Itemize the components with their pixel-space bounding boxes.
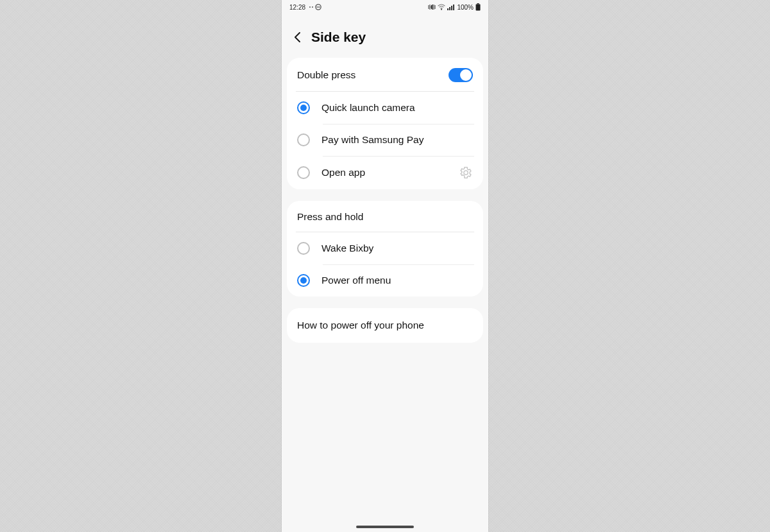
svg-rect-9 [477, 3, 479, 4]
vibrate-icon [428, 4, 436, 10]
radio-icon [297, 274, 310, 287]
status-notif-icon [308, 4, 323, 10]
radio-icon [297, 101, 310, 114]
page-title: Side key [311, 30, 366, 45]
status-left: 12:28 [289, 4, 323, 11]
option-open-app[interactable]: Open app [287, 156, 483, 189]
option-power-off-menu[interactable]: Power off menu [287, 264, 483, 296]
home-indicator[interactable] [356, 526, 414, 528]
svg-rect-10 [476, 4, 481, 11]
battery-icon [475, 3, 481, 11]
radio-label: Pay with Samsung Pay [321, 134, 473, 146]
radio-icon [297, 166, 310, 179]
press-hold-title: Press and hold [297, 211, 363, 223]
press-hold-section: Press and hold Wake Bixby Power off menu [287, 201, 483, 296]
svg-rect-5 [447, 8, 449, 10]
double-press-section: Double press Quick launch camera Pay wit… [287, 58, 483, 189]
signal-icon [447, 4, 455, 10]
wifi-icon [438, 4, 445, 10]
svg-rect-8 [453, 4, 454, 10]
radio-label: Open app [321, 167, 447, 178]
radio-icon [297, 133, 310, 146]
how-to-power-off-row[interactable]: How to power off your phone [287, 308, 483, 343]
gear-icon [459, 166, 472, 179]
battery-text: 100% [457, 4, 474, 11]
radio-label: Quick launch camera [321, 102, 473, 114]
radio-label: Wake Bixby [321, 243, 473, 254]
chevron-left-icon [292, 31, 304, 43]
svg-rect-6 [449, 7, 450, 10]
status-right: 100% [428, 3, 481, 11]
svg-point-4 [441, 9, 442, 10]
back-button[interactable] [292, 31, 304, 43]
press-hold-header: Press and hold [287, 201, 483, 232]
option-pay-samsung-pay[interactable]: Pay with Samsung Pay [287, 124, 483, 156]
double-press-title: Double press [297, 69, 355, 81]
status-time: 12:28 [289, 4, 305, 11]
double-press-header[interactable]: Double press [287, 58, 483, 91]
option-wake-bixby[interactable]: Wake Bixby [287, 232, 483, 264]
how-to-power-off-label: How to power off your phone [297, 320, 424, 330]
svg-point-1 [312, 6, 313, 8]
radio-label: Power off menu [321, 275, 473, 286]
page-header: Side key [282, 14, 488, 58]
phone-frame: 12:28 100% [282, 0, 488, 532]
radio-icon [297, 242, 310, 255]
open-app-settings-button[interactable] [459, 166, 473, 180]
svg-rect-7 [451, 6, 452, 10]
option-quick-launch-camera[interactable]: Quick launch camera [287, 92, 483, 124]
double-press-toggle[interactable] [449, 68, 473, 82]
svg-point-0 [309, 6, 311, 8]
status-bar: 12:28 100% [282, 0, 488, 14]
